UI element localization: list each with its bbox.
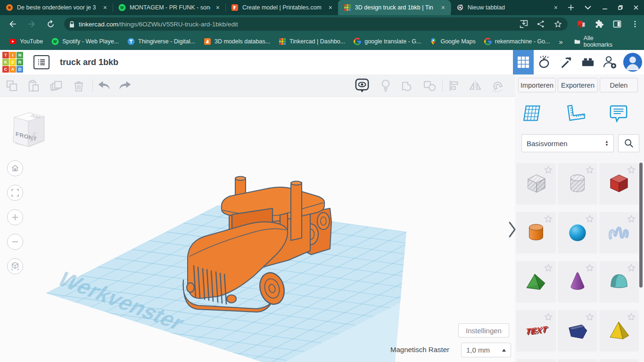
tab-2[interactable]: MONTAGEM - PR FUNK - song×	[113, 0, 225, 15]
ruler-icon	[565, 104, 585, 123]
panel-collapse-handle[interactable]	[507, 221, 518, 239]
snap-magnet-button[interactable]	[490, 79, 504, 93]
shape-box[interactable]	[599, 163, 639, 205]
import-button[interactable]: Importeren	[518, 78, 556, 92]
ungroup-button[interactable]	[423, 79, 437, 93]
tab-3[interactable]: Create model | Printables.com×	[225, 0, 338, 15]
forward-button[interactable]	[25, 18, 38, 30]
view-cube[interactable]: FRONT TOP RIGHT	[13, 113, 45, 147]
snap-grid-select[interactable]: 1,0 mm	[461, 343, 511, 357]
tab-close-icon[interactable]: ×	[327, 4, 334, 11]
printing-extension-button[interactable]	[576, 18, 587, 30]
shape-cone[interactable]	[558, 261, 597, 303]
paste-button[interactable]	[26, 79, 41, 93]
shape-sphere[interactable]	[558, 212, 597, 254]
extensions-button[interactable]	[594, 18, 605, 30]
shape-text[interactable]: TEXTTEXT	[516, 310, 556, 352]
undo-button[interactable]	[97, 79, 111, 93]
bookmark-6[interactable]: google translate - G...	[349, 36, 425, 47]
shape-partial[interactable]	[599, 359, 639, 362]
mirror-button[interactable]	[468, 79, 482, 93]
show-all-button[interactable]	[379, 79, 393, 93]
tab-4[interactable]: 3D design truck ard 1bkb | Tin×	[338, 0, 451, 15]
minimize-button[interactable]	[597, 0, 612, 15]
share-button[interactable]	[536, 19, 546, 29]
brick-export-button[interactable]	[577, 50, 599, 74]
bookmark-star-button[interactable]	[553, 19, 563, 29]
shape-round-roof[interactable]	[599, 261, 639, 303]
design-menu-icon	[37, 58, 46, 66]
snap-grid-value: 1,0 mm	[466, 346, 490, 354]
tab-close-icon[interactable]: ×	[214, 4, 222, 11]
home-view-button[interactable]	[7, 160, 23, 176]
side-panel-button[interactable]	[611, 18, 623, 30]
perspective-toggle-button[interactable]	[7, 258, 23, 274]
tab-close-icon[interactable]: ×	[552, 4, 560, 11]
redo-button[interactable]	[118, 79, 132, 93]
avatar[interactable]	[623, 53, 642, 72]
shape-partial[interactable]	[558, 359, 597, 362]
ruler-tool-button[interactable]	[565, 103, 586, 124]
shapes-category-select[interactable]: Basisvormen ▲▼	[521, 134, 614, 152]
back-button[interactable]	[7, 18, 19, 30]
bookmark-1[interactable]: YouTube	[5, 36, 47, 47]
page-title[interactable]: truck ard 1bkb	[60, 58, 118, 67]
shape-cylinder[interactable]	[516, 212, 556, 254]
bookmarks-overflow-button[interactable]: »	[556, 38, 566, 46]
tab-5[interactable]: Nieuw tabblad×	[451, 0, 563, 15]
all-bookmarks-button[interactable]: Alle bookmarks	[574, 35, 614, 48]
bookmark-7[interactable]: Google Maps	[425, 36, 479, 47]
install-app-button[interactable]	[519, 19, 529, 29]
notes-tool-button[interactable]	[608, 103, 629, 124]
tab-search-button[interactable]	[579, 0, 597, 15]
close-window-button[interactable]	[627, 0, 644, 15]
zoom-out-button[interactable]	[7, 234, 23, 250]
editor-3d-button[interactable]	[513, 50, 534, 74]
tab-close-icon[interactable]: ×	[439, 4, 447, 11]
scene-svg: Werkvenster	[0, 97, 515, 362]
text-thumbnail: TEXTTEXT	[522, 317, 550, 344]
shape-roof[interactable]	[516, 261, 556, 303]
tab-close-icon[interactable]: ×	[101, 4, 109, 11]
address-bar[interactable]: tinkercad.com/things/6OZWluV55RU-truck-a…	[64, 17, 568, 31]
logo-letter: D	[17, 66, 23, 73]
export-button[interactable]: Exporteren	[558, 78, 598, 92]
reload-button[interactable]	[44, 18, 57, 30]
pickaxe-icon	[560, 56, 573, 69]
tinkercad-favicon	[344, 4, 351, 11]
design-menu-button[interactable]	[33, 55, 50, 69]
browser-menu-button[interactable]	[629, 18, 641, 30]
delete-button[interactable]	[72, 79, 86, 93]
workplane-tool-button[interactable]	[521, 103, 542, 124]
shape-scribble[interactable]	[599, 212, 639, 254]
copy-button[interactable]	[5, 79, 19, 93]
new-tab-button[interactable]	[563, 0, 579, 15]
bookmark-5[interactable]: Tinkercad | Dashbo...	[274, 36, 349, 47]
bookmark-2[interactable]: Spotify - Web Playe...	[47, 36, 123, 47]
shape-cylinder-hole[interactable]	[558, 163, 597, 205]
shape-box-hole[interactable]	[516, 163, 556, 205]
share-button-tinkercad[interactable]: Delen	[600, 78, 638, 92]
bookmark-3[interactable]: Thingiverse - Digital...	[123, 36, 199, 47]
sim-lab-button[interactable]	[534, 50, 555, 74]
settings-button[interactable]: Instellingen	[458, 323, 509, 337]
editor-canvas[interactable]: Werkvenster	[0, 97, 515, 362]
group-button[interactable]	[401, 79, 415, 93]
align-button[interactable]	[447, 79, 461, 93]
panel-scrollbar[interactable]	[639, 163, 643, 288]
tab-1[interactable]: De beste onderdelen voor je 3×	[0, 0, 113, 15]
invite-button[interactable]	[599, 50, 620, 74]
bookmark-4[interactable]: 3D models databas...	[199, 36, 274, 47]
bookmark-8[interactable]: rekenmachine - Go...	[480, 36, 554, 47]
zoom-in-button[interactable]	[7, 209, 23, 225]
restore-button[interactable]	[612, 0, 627, 15]
shapes-search-button[interactable]	[618, 134, 639, 152]
duplicate-button[interactable]	[50, 79, 64, 93]
shape-polygon[interactable]	[558, 310, 597, 352]
fit-view-button[interactable]	[7, 185, 23, 201]
minecraft-export-button[interactable]	[555, 50, 577, 74]
tinkercad-logo[interactable]: TINKERCAD	[2, 52, 23, 73]
shape-partial[interactable]	[516, 359, 556, 362]
hide-show-button[interactable]	[355, 79, 369, 93]
shape-pyramid[interactable]	[599, 310, 639, 352]
